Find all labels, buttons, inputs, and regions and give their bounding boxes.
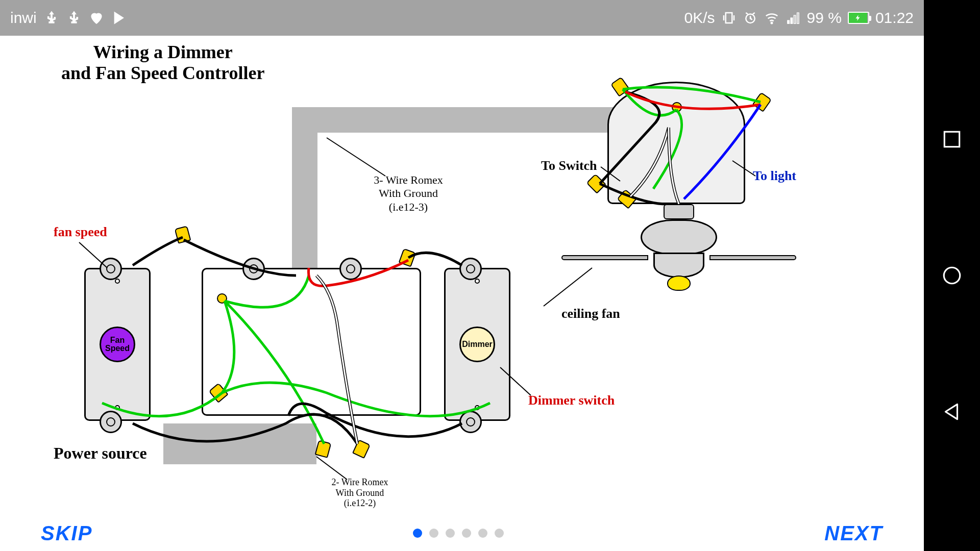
home-button[interactable]: [941, 265, 963, 286]
page-dot[interactable]: [495, 529, 504, 538]
back-button[interactable]: [941, 401, 963, 422]
page-dot[interactable]: [462, 529, 471, 538]
page-dot[interactable]: [478, 529, 487, 538]
play-icon: [111, 10, 127, 26]
leader-line: [600, 166, 625, 186]
svg-rect-5: [794, 15, 796, 23]
heart-icon: [89, 10, 104, 26]
svg-rect-4: [791, 18, 793, 23]
vibrate-icon: [721, 10, 737, 26]
battery-pct: 99 %: [807, 9, 842, 27]
next-button[interactable]: NEXT: [824, 522, 883, 545]
leader-line: [730, 158, 761, 184]
page-dot[interactable]: [446, 529, 455, 538]
svg-point-2: [771, 22, 773, 24]
svg-rect-6: [797, 13, 799, 23]
battery-icon: [848, 12, 869, 24]
skip-button[interactable]: SKIP: [41, 522, 92, 545]
fan-blade-icon: [561, 255, 648, 260]
fan-downrod: [664, 204, 694, 219]
onboarding-nav: SKIP NEXT: [0, 515, 924, 551]
svg-rect-0: [725, 13, 732, 23]
carrier-label: inwi: [10, 9, 37, 27]
clock: 01:22: [875, 9, 914, 27]
leader-line: [495, 362, 546, 403]
wifi-icon: [764, 10, 779, 26]
leader-line: [324, 135, 401, 181]
signal-icon: [786, 10, 801, 26]
power-source-label: Power source: [54, 444, 147, 463]
alarm-icon: [743, 10, 758, 26]
network-speed: 0K/s: [684, 9, 715, 27]
fan-speed-label: fan speed: [54, 224, 107, 240]
leader-line: [536, 265, 602, 311]
to-switch-label: To Switch: [541, 158, 597, 173]
diagram-image[interactable]: Wiring a Dimmer and Fan Speed Controller…: [0, 36, 924, 515]
fan-housing-icon: [653, 253, 704, 278]
leader-line: [306, 454, 357, 485]
fan-blade-icon: [709, 255, 796, 260]
svg-rect-7: [944, 132, 959, 147]
svg-point-8: [944, 267, 960, 284]
usb-icon: [66, 10, 82, 26]
recents-button[interactable]: [941, 129, 963, 150]
page-indicator: [413, 529, 504, 538]
usb-icon: [44, 10, 59, 26]
leader-line: [77, 240, 117, 276]
android-nav-bar: [924, 0, 980, 551]
page-dot[interactable]: [429, 529, 438, 538]
svg-rect-3: [787, 20, 789, 23]
page-dot[interactable]: [413, 529, 422, 538]
status-bar: inwi 0K/s 99 % 01:22: [0, 0, 924, 36]
fan-motor-icon: [641, 219, 717, 255]
fan-light-icon: [667, 276, 691, 291]
